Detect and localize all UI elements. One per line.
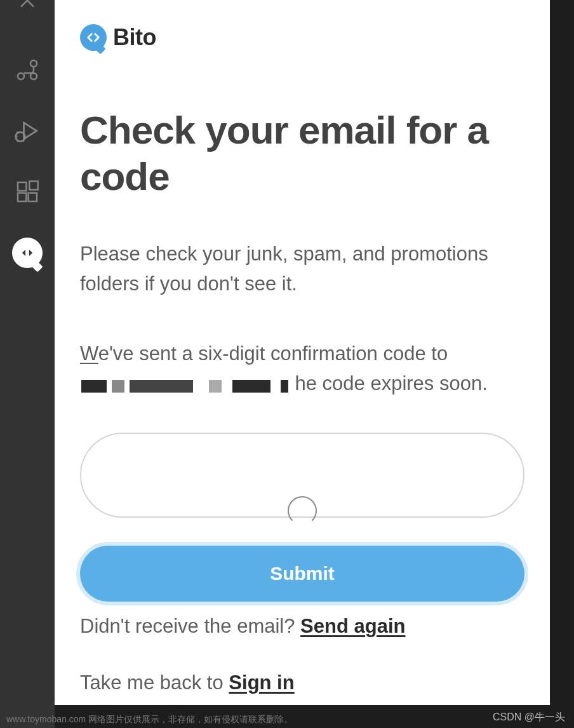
redacted-email bbox=[81, 370, 293, 400]
svg-rect-11 bbox=[18, 182, 26, 191]
back-row: Take me back to Sign in bbox=[80, 668, 524, 698]
svg-rect-14 bbox=[29, 181, 37, 189]
sidebar-item-run-debug[interactable] bbox=[12, 116, 43, 146]
submit-button[interactable]: Submit bbox=[80, 546, 524, 602]
page-title: Check your email for a code bbox=[80, 107, 524, 199]
svg-line-5 bbox=[17, 132, 18, 133]
activity-bar bbox=[0, 0, 55, 728]
sign-in-link[interactable]: Sign in bbox=[229, 671, 294, 694]
sidebar-item-source-control[interactable] bbox=[12, 55, 43, 85]
svg-point-2 bbox=[30, 73, 37, 79]
svg-line-6 bbox=[23, 132, 24, 133]
svg-point-0 bbox=[30, 60, 37, 67]
bito-icon bbox=[12, 238, 43, 268]
sidebar-item-extensions[interactable] bbox=[12, 177, 43, 207]
sidebar-item-bito[interactable] bbox=[12, 238, 43, 268]
svg-rect-12 bbox=[18, 193, 26, 201]
watermark-right: CSDN @牛一头 bbox=[493, 711, 565, 724]
watermark-left: www.toymoban.com 网络图片仅供展示，非存储，如有侵权请联系删除。 bbox=[6, 714, 293, 725]
bito-logo-icon bbox=[80, 24, 107, 51]
loading-spinner-icon bbox=[288, 496, 317, 525]
svg-line-10 bbox=[23, 140, 24, 142]
sidebar-item-explorer[interactable] bbox=[12, 0, 43, 24]
svg-line-9 bbox=[17, 140, 18, 142]
brand-logo: Bito bbox=[80, 24, 524, 51]
svg-rect-13 bbox=[29, 193, 37, 201]
confirmation-sent-text: We've sent a six-digit confirmation code… bbox=[80, 339, 524, 400]
resend-row: Didn't receive the email? Send again bbox=[80, 612, 524, 642]
instruction-text: Please check your junk, spam, and promot… bbox=[80, 239, 524, 299]
send-again-link[interactable]: Send again bbox=[300, 615, 405, 637]
svg-point-1 bbox=[18, 73, 24, 79]
brand-name: Bito bbox=[113, 24, 156, 51]
main-content: Bito Check your email for a code Please … bbox=[55, 0, 550, 705]
